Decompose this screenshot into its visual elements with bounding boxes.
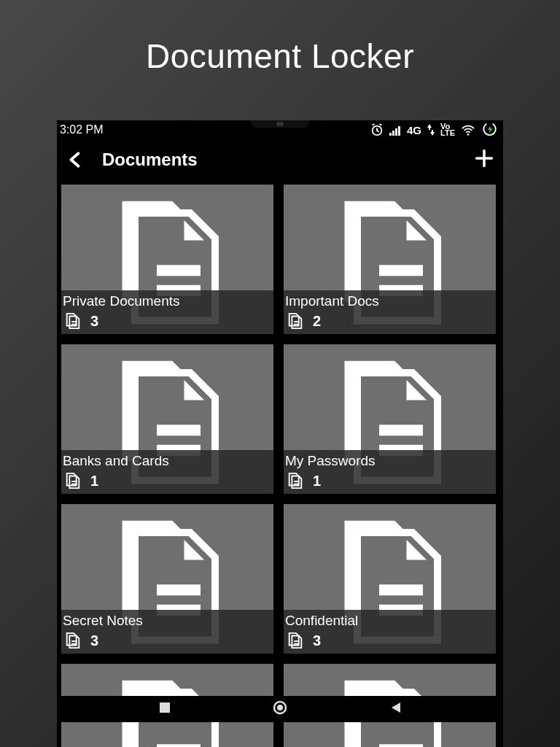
folder-count: 3: [90, 632, 98, 649]
doc-count-icon: [287, 632, 304, 649]
app-header: Documents: [57, 139, 503, 180]
updown-icon: [427, 124, 435, 136]
network-label: 4G: [407, 124, 421, 136]
phone-frame: 3:02 PM 4G Vo LTE Documents: [57, 120, 503, 747]
doc-count-icon: [287, 472, 304, 489]
nav-back-button[interactable]: [388, 700, 404, 719]
folder-name: Secret Notes: [63, 613, 269, 629]
folder-name: Private Documents: [63, 293, 269, 309]
battery-icon: [481, 123, 499, 137]
folder-name: Important Docs: [285, 293, 491, 309]
folder-count: 2: [313, 313, 321, 330]
header-title: Documents: [102, 150, 474, 170]
doc-count-icon: [64, 472, 82, 489]
folder-count: 1: [313, 473, 321, 489]
folder-name: Confidential: [285, 613, 491, 629]
folder-name: My Passwords: [285, 453, 491, 469]
phone-notch: [251, 120, 309, 128]
folder-name: Banks and Cards: [63, 453, 269, 469]
folder-count: 3: [313, 632, 321, 649]
status-time: 3:02 PM: [60, 123, 104, 136]
back-button[interactable]: [64, 149, 86, 171]
doc-count-icon: [287, 312, 304, 330]
triangle-left-icon: [388, 700, 404, 716]
add-button[interactable]: [474, 147, 496, 172]
doc-count-icon: [64, 632, 82, 649]
nav-home-button[interactable]: [272, 700, 288, 719]
folder-count: 1: [90, 473, 98, 489]
plus-icon: [474, 148, 494, 169]
folder-card[interactable]: Confidential 3: [284, 504, 496, 654]
nav-recent-button[interactable]: [157, 700, 173, 719]
circle-icon: [272, 700, 288, 716]
page-title: Document Locker: [0, 36, 560, 76]
folder-card[interactable]: Secret Notes 3: [61, 504, 273, 654]
folder-card[interactable]: Private Documents 3: [61, 185, 273, 334]
volte-label: Vo LTE: [440, 123, 455, 136]
wifi-icon: [461, 123, 475, 136]
folder-grid: Private Documents 3 Important Docs 2 Ba: [57, 180, 503, 654]
folder-card[interactable]: Important Docs 2: [284, 185, 496, 334]
android-nav-bar: [57, 696, 503, 722]
alarm-icon: [370, 123, 384, 136]
folder-count: 3: [90, 313, 98, 330]
doc-count-icon: [64, 312, 82, 330]
folder-card[interactable]: Banks and Cards 1: [61, 344, 273, 494]
chevron-left-icon: [67, 152, 83, 168]
signal-icon: [389, 124, 401, 136]
folder-card[interactable]: My Passwords 1: [284, 344, 496, 494]
square-icon: [157, 700, 173, 716]
